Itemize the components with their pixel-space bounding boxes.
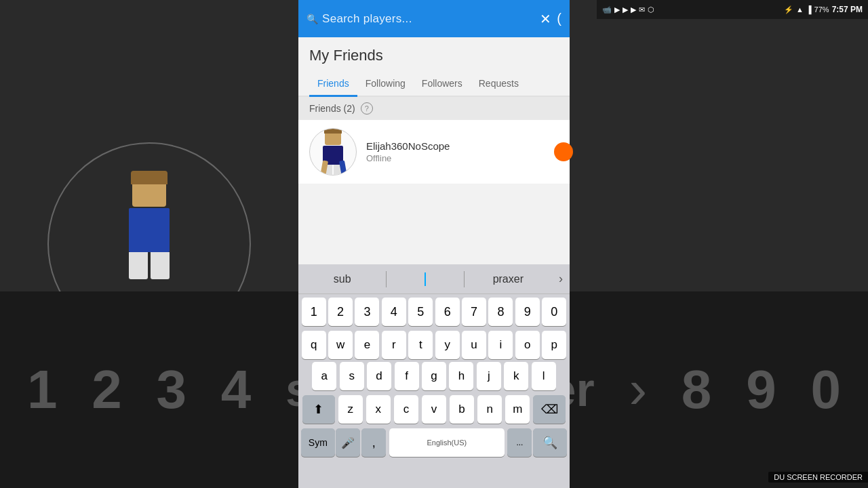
row-zxcv: ⬆ z x c v b n m ⌫ — [298, 393, 570, 424]
bg-arrow-icon: › — [629, 359, 647, 421]
signal-icon: ▐ — [806, 5, 812, 14]
watermark: DU SCREEN RECORDER — [768, 472, 868, 483]
row-bottom: Sym 🎤 , English(US) ... 🔍 — [298, 426, 570, 457]
notification-dot — [554, 142, 573, 161]
bg-num-3: 3 — [157, 359, 187, 421]
char-head — [132, 176, 166, 207]
key-r[interactable]: r — [382, 331, 406, 359]
search-icon: 🔍 — [307, 14, 318, 24]
help-icon[interactable]: ? — [361, 102, 373, 115]
bg-num-1: 1 — [27, 359, 58, 421]
friends-title: My Friends — [309, 47, 559, 64]
key-s[interactable]: s — [340, 362, 364, 390]
backspace-button[interactable]: ⌫ — [533, 395, 566, 424]
status-bar: 📹 ▶ ▶ ▶ ✉ ⬡ ⚡ ▲ ▐ 77% 7:57 PM — [597, 0, 868, 19]
search-placeholder[interactable]: Search players... — [322, 12, 412, 26]
shift-button[interactable]: ⬆ — [302, 395, 335, 424]
friend-name: Elijah360NoScope — [366, 140, 559, 152]
autocomplete-arrow[interactable]: › — [552, 272, 570, 286]
key-e[interactable]: e — [355, 331, 379, 359]
key-x[interactable]: x — [366, 395, 391, 424]
keyboard-panel: sub praxer › 1 2 3 4 5 6 7 8 9 0 q w e r… — [298, 264, 570, 488]
tab-following[interactable]: Following — [357, 73, 414, 96]
key-1[interactable]: 1 — [302, 298, 326, 326]
mic-button[interactable]: 🎤 — [336, 428, 360, 457]
autocomplete-bar: sub praxer › — [298, 264, 570, 294]
mobile-panel: 📹 ▶ ▶ ▶ ✉ ⬡ ⚡ ▲ ▐ 77% 7:57 PM 🔍 Search p… — [298, 0, 570, 291]
search-input-area[interactable]: 🔍 Search players... — [307, 12, 537, 26]
key-6[interactable]: 6 — [435, 298, 460, 326]
key-z[interactable]: z — [338, 395, 363, 424]
friend-item[interactable]: Elijah360NoScope Offline — [298, 120, 570, 184]
friend-info: Elijah360NoScope Offline — [366, 140, 559, 163]
key-8[interactable]: 8 — [488, 298, 513, 326]
key-o[interactable]: o — [515, 331, 540, 359]
bluetooth-icon: ⚡ — [784, 5, 793, 14]
close-button[interactable]: ✕ — [537, 8, 554, 30]
char-body — [129, 208, 170, 252]
key-d[interactable]: d — [367, 362, 391, 390]
key-w[interactable]: w — [328, 331, 353, 359]
tab-followers[interactable]: Followers — [414, 73, 471, 96]
key-i[interactable]: i — [488, 331, 513, 359]
key-t[interactable]: t — [408, 331, 433, 359]
key-p[interactable]: p — [542, 331, 566, 359]
battery-icon: 77% — [814, 5, 829, 14]
key-3[interactable]: 3 — [355, 298, 379, 326]
youtube-icon-2: ▶ — [623, 5, 628, 14]
key-u[interactable]: u — [462, 331, 486, 359]
bg-num-4: 4 — [221, 359, 252, 421]
menu-icon[interactable]: ( — [557, 11, 561, 26]
key-c[interactable]: c — [394, 395, 418, 424]
status-time: 7:57 PM — [832, 5, 863, 14]
key-k[interactable]: k — [504, 362, 528, 390]
shift-icon: ⬆ — [313, 402, 323, 417]
friend-status: Offline — [366, 153, 559, 163]
bg-num-0: 0 — [810, 359, 841, 421]
autocomplete-left[interactable]: sub — [298, 273, 386, 285]
bg-num-8: 8 — [682, 359, 712, 421]
youtube-icon-1: ▶ — [614, 5, 620, 14]
friend-avatar — [309, 128, 357, 176]
key-2[interactable]: 2 — [328, 298, 353, 326]
key-0[interactable]: 0 — [542, 298, 566, 326]
youtube-icon-3: ▶ — [631, 5, 636, 14]
space-key[interactable]: English(US) — [389, 428, 505, 457]
key-q[interactable]: q — [302, 331, 326, 359]
key-f[interactable]: f — [395, 362, 419, 390]
sym-button[interactable]: Sym — [301, 428, 335, 457]
friends-list: Elijah360NoScope Offline — [298, 120, 570, 184]
key-y[interactable]: y — [435, 331, 460, 359]
search-key[interactable]: 🔍 — [533, 428, 567, 457]
video-icon: 📹 — [602, 5, 612, 14]
char-legs — [129, 252, 170, 279]
key-m[interactable]: m — [505, 395, 530, 424]
friend-character — [316, 130, 350, 174]
char-hair — [131, 171, 167, 184]
key-g[interactable]: g — [422, 362, 446, 390]
row-qwerty: q w e r t y u i o p — [298, 329, 570, 359]
mic-icon: 🎤 — [341, 436, 355, 449]
key-5[interactable]: 5 — [408, 298, 433, 326]
friends-count-bar: Friends (2) ? — [298, 97, 570, 120]
status-icons-left: 📹 ▶ ▶ ▶ ✉ ⬡ — [602, 5, 654, 14]
comma-key[interactable]: , — [361, 428, 386, 457]
key-h[interactable]: h — [449, 362, 473, 390]
key-a[interactable]: a — [312, 362, 336, 390]
key-v[interactable]: v — [422, 395, 446, 424]
dots-button[interactable]: ... — [507, 428, 532, 457]
wifi-icon: ▲ — [796, 5, 804, 14]
status-icons-right: ⚡ ▲ ▐ 77% 7:57 PM — [784, 5, 863, 14]
autocomplete-right[interactable]: praxer — [465, 273, 552, 285]
key-9[interactable]: 9 — [515, 298, 540, 326]
key-b[interactable]: b — [450, 395, 474, 424]
tab-friends[interactable]: Friends — [309, 73, 357, 96]
key-l[interactable]: l — [532, 362, 556, 390]
key-j[interactable]: j — [477, 362, 501, 390]
search-bar: 🔍 Search players... ✕ ( — [298, 0, 570, 37]
key-7[interactable]: 7 — [462, 298, 486, 326]
key-4[interactable]: 4 — [382, 298, 406, 326]
backspace-icon: ⌫ — [541, 402, 558, 417]
tab-requests[interactable]: Requests — [471, 73, 527, 96]
key-n[interactable]: n — [477, 395, 502, 424]
